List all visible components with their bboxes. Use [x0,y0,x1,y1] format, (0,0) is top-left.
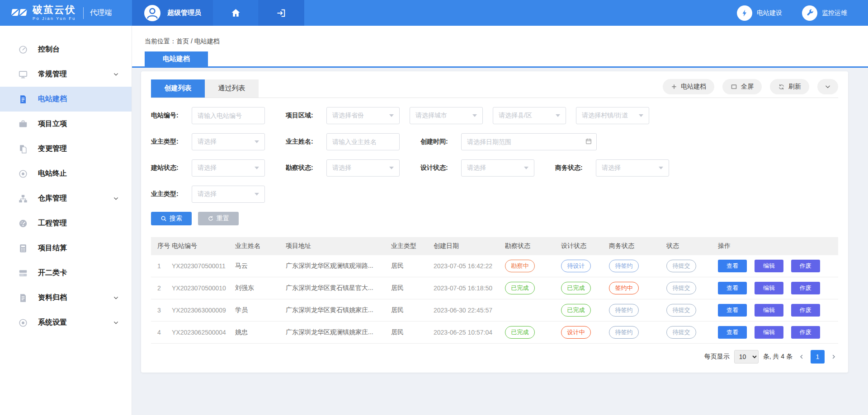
logout-button[interactable] [258,0,304,26]
survey-status-badge: 已完成 [505,326,535,339]
cell-address: 广东深圳龙华区观澜镇观湖路... [286,262,391,270]
sidebar-item-label: 控制台 [38,45,60,54]
sidebar-item-label: 工程管理 [38,219,67,228]
view-button[interactable]: 查看 [718,326,747,339]
void-button[interactable]: 作废 [791,260,820,272]
edit-button[interactable]: 编辑 [755,304,783,317]
chevron-down-icon [113,71,119,77]
document-icon [18,94,28,104]
home-button[interactable] [213,0,258,26]
void-button[interactable]: 作废 [791,282,820,294]
station-code-input[interactable] [192,107,265,124]
void-button[interactable]: 作废 [791,326,820,339]
sidebar-item-station-archive[interactable]: 电站建档 [0,87,132,112]
sidebar-item-project-initiation[interactable]: 项目立项 [0,112,132,136]
breadcrumb-bar: 当前位置：首页 / 电站建档 电站建档 [132,26,868,68]
sidebar-item-warehouse-mgmt[interactable]: 仓库管理 [0,186,132,211]
chevron-down-icon [825,84,831,90]
home-icon [231,8,241,18]
create-time-label: 创建时间: [420,138,456,146]
village-select[interactable]: 请选择村镇/街道 [576,107,649,124]
refresh-label: 刷新 [788,83,801,91]
nav-station-build[interactable]: 电站建设 [737,5,782,21]
plus-icon [671,84,677,90]
create-station-button[interactable]: 电站建档 [663,79,714,94]
owner-type2-placeholder: 请选择 [198,190,217,198]
status-badge: 待提交 [666,260,696,272]
sidebar-item-general-mgmt[interactable]: 常规管理 [0,62,132,87]
sidebar-item-station-termination[interactable]: 电站终止 [0,161,132,186]
county-select[interactable]: 请选择县/区 [493,107,566,124]
sidebar-item-console[interactable]: 控制台 [0,37,132,62]
collapse-toolbar-button[interactable] [817,79,838,94]
cell-address: 广东深圳龙华区观澜镇姚家庄... [286,328,391,336]
reset-icon [208,215,214,222]
cell-type: 居民 [391,262,434,270]
chevron-down-icon [113,320,119,326]
status-badge: 待提交 [666,304,696,317]
logo-text: 破茧云伏 Po Jian Yun Fu [33,5,76,21]
sidebar-item-change-mgmt[interactable]: 变更管理 [0,136,132,161]
city-select[interactable]: 请选择城市 [410,107,483,124]
cell-seq: 1 [151,262,172,270]
owner-type-select[interactable]: 请选择 [192,133,265,150]
build-status-select[interactable]: 请选择 [192,159,265,177]
province-placeholder: 请选择省份 [332,112,364,120]
design-status-placeholder: 请选择 [467,164,486,172]
cell-owner: 马云 [235,262,286,270]
nav-station-build-label: 电站建设 [757,9,782,17]
chevron-down-icon [113,196,119,201]
per-page-select[interactable]: 10 [734,350,759,364]
view-button[interactable]: 查看 [718,304,747,317]
next-page-button[interactable] [829,354,838,360]
design-status-label: 设计状态: [420,164,456,172]
sidebar-item-engineering-mgmt[interactable]: 工程管理 [0,211,132,236]
edit-button[interactable]: 编辑 [755,326,783,339]
sidebar-item-project-settlement[interactable]: 项目结算 [0,236,132,261]
business-status-select[interactable]: 请选择 [596,159,669,177]
reset-button[interactable]: 重置 [198,212,239,225]
edit-button[interactable]: 编辑 [755,282,783,294]
owner-type2-select[interactable]: 请选择 [192,186,265,203]
select-arrow-icon [556,114,560,117]
user-name: 超级管理员 [167,9,201,17]
date-range-input[interactable] [461,133,597,150]
station-table: 序号 电站编号 业主姓名 项目地址 业主类型 创建日期 勘察状态 设计状态 商务… [151,237,838,344]
tab-create-list[interactable]: 创建列表 [151,79,205,98]
gauge-icon [18,219,28,228]
header-quick-links: 电站建设 监控运维 [737,0,868,26]
table-row: 1 YX2023070500011 马云 广东深圳龙华区观澜镇观湖路... 居民… [151,255,838,277]
page-tab-station-archive[interactable]: 电站建档 [145,51,208,66]
cell-seq: 3 [151,307,172,314]
design-status-select[interactable]: 请选择 [461,159,534,177]
search-button[interactable]: 搜索 [151,212,192,225]
refresh-icon [778,84,785,90]
table-row: 4 YX2023062500004 姚忠 广东深圳龙华区观澜镇姚家庄... 居民… [151,322,838,344]
view-button[interactable]: 查看 [718,260,747,272]
fullscreen-button[interactable]: 全屏 [722,79,762,94]
tab-passed-list[interactable]: 通过列表 [205,79,259,98]
owner-name-input[interactable] [326,133,400,150]
refresh-button[interactable]: 刷新 [770,79,809,94]
user-block[interactable]: 超级管理员 [132,0,213,26]
void-button[interactable]: 作废 [791,304,820,317]
calendar-icon [585,138,592,147]
search-icon [160,215,167,222]
sidebar-item-data-archive[interactable]: 资料归档 [0,285,132,310]
col-header-survey: 勘察状态 [505,242,561,250]
status-badge: 待提交 [666,282,696,294]
survey-status-select[interactable]: 请选择 [326,159,400,177]
logo: 破茧云伏 Po Jian Yun Fu 代理端 [0,0,132,26]
date-range-picker[interactable] [461,133,597,150]
province-select[interactable]: 请选择省份 [326,107,400,124]
settings-icon [18,318,28,328]
wrench-icon [802,5,817,21]
prev-page-button[interactable] [797,354,806,360]
view-button[interactable]: 查看 [718,282,747,294]
owner-type-placeholder: 请选择 [198,138,217,146]
edit-button[interactable]: 编辑 [755,260,783,272]
page-number-button[interactable]: 1 [811,350,825,364]
nav-monitor-ops[interactable]: 监控运维 [802,5,847,21]
sidebar-item-system-settings[interactable]: 系统设置 [0,310,132,335]
sidebar-item-type2-card[interactable]: 开二类卡 [0,261,132,285]
